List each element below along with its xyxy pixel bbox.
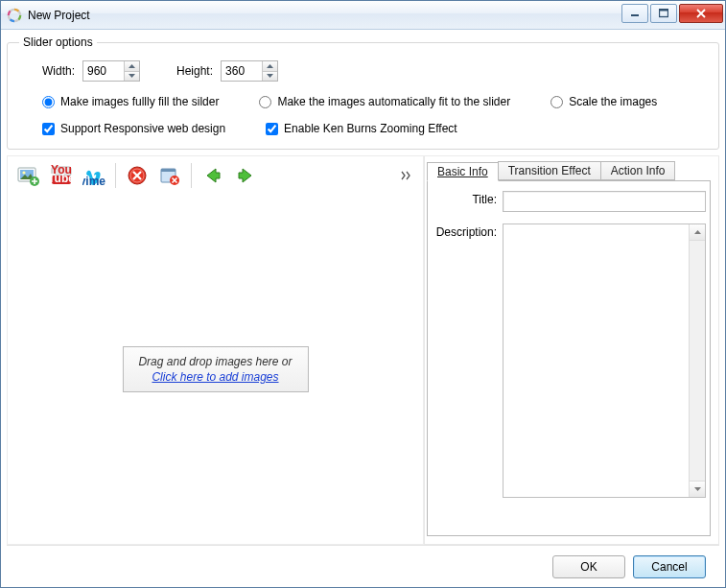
more-icon[interactable] <box>398 167 415 184</box>
radio-full-fill-label: Make images fullly fill the silder <box>60 95 219 108</box>
checkbox-kenburns-label: Enable Ken Burns Zooming Effect <box>284 122 457 135</box>
radio-auto-fit-label: Make the images automatically fit to the… <box>277 95 510 108</box>
drop-hint-text: Drag and drop images here or <box>138 355 292 368</box>
width-input[interactable] <box>83 61 124 81</box>
svg-rect-3 <box>660 9 668 11</box>
scroll-track[interactable] <box>690 241 705 481</box>
window-title: New Project <box>28 9 90 22</box>
height-label: Height: <box>176 64 213 78</box>
titlebar[interactable]: New Project <box>1 1 725 30</box>
arrow-right-icon[interactable] <box>232 162 259 189</box>
image-drop-area[interactable]: Drag and drop images here or Click here … <box>8 195 423 544</box>
toolbar-separator <box>191 163 192 188</box>
checkbox-responsive-label: Support Responsive web design <box>60 122 225 135</box>
tab-basic-info[interactable]: Basic Info <box>427 162 499 181</box>
title-input[interactable] <box>503 191 706 212</box>
svg-point-6 <box>22 171 25 174</box>
radio-auto-fit-input[interactable] <box>259 96 271 108</box>
height-spin-up[interactable] <box>263 61 277 72</box>
delete-all-icon[interactable] <box>156 162 183 189</box>
add-image-icon[interactable] <box>15 162 42 189</box>
description-wrapper <box>503 223 706 498</box>
svg-text:Tube: Tube <box>50 172 73 185</box>
dialog-footer: OK Cancel <box>7 545 719 587</box>
vimeo-icon[interactable]: vimeo <box>81 162 107 189</box>
checkbox-responsive[interactable]: Support Responsive web design <box>42 122 225 135</box>
app-icon <box>7 8 22 23</box>
radio-scale-label: Scale the images <box>569 95 657 108</box>
window: New Project Slider options Width: <box>0 0 726 588</box>
maximize-button[interactable] <box>650 4 677 23</box>
tab-transition-effect[interactable]: Transition Effect <box>498 161 601 180</box>
properties-pane: Basic Info Transition Effect Action Info… <box>424 156 719 545</box>
checkbox-responsive-input[interactable] <box>42 123 55 135</box>
title-label: Title: <box>432 191 503 206</box>
slider-options-group: Slider options Width: Height: <box>7 35 719 150</box>
image-toolbar: YouTube vimeo <box>8 156 423 195</box>
tabs: Basic Info Transition Effect Action Info <box>427 160 711 181</box>
tab-action-info[interactable]: Action Info <box>600 161 676 180</box>
height-spinbox <box>221 60 278 82</box>
width-spin-up[interactable] <box>125 61 139 72</box>
description-label: Description: <box>432 223 503 239</box>
close-button[interactable] <box>679 4 723 23</box>
ok-button[interactable]: OK <box>552 555 625 578</box>
description-scrollbar[interactable] <box>689 224 705 497</box>
image-list-pane: YouTube vimeo <box>7 156 424 545</box>
add-images-link[interactable]: Click here to add images <box>152 370 278 384</box>
svg-text:vimeo: vimeo <box>82 175 105 186</box>
drop-hint-box: Drag and drop images here or Click here … <box>122 346 308 392</box>
checkbox-kenburns[interactable]: Enable Ken Burns Zooming Effect <box>266 122 457 135</box>
width-spinbox <box>82 60 140 82</box>
width-spin-down[interactable] <box>125 72 139 82</box>
cancel-button[interactable]: Cancel <box>633 555 706 578</box>
client-area: Slider options Width: Height: <box>1 30 725 587</box>
svg-rect-16 <box>161 169 176 172</box>
height-input[interactable] <box>222 61 262 81</box>
radio-scale[interactable]: Scale the images <box>550 95 657 108</box>
tab-body-basic: Title: Description: <box>427 181 711 536</box>
height-spin-down[interactable] <box>263 72 277 82</box>
radio-auto-fit[interactable]: Make the images automatically fit to the… <box>259 95 510 108</box>
slider-options-legend: Slider options <box>19 35 97 49</box>
arrow-left-icon[interactable] <box>199 162 226 189</box>
width-label: Width: <box>42 64 75 78</box>
delete-icon[interactable] <box>124 162 151 189</box>
radio-full-fill-input[interactable] <box>42 96 55 108</box>
mid-area: YouTube vimeo <box>7 155 719 545</box>
minimize-button[interactable] <box>621 4 648 23</box>
radio-full-fill[interactable]: Make images fullly fill the silder <box>42 95 219 108</box>
svg-rect-1 <box>631 14 639 16</box>
youtube-icon[interactable]: YouTube <box>48 162 75 189</box>
toolbar-separator <box>115 163 116 188</box>
radio-scale-input[interactable] <box>550 96 563 108</box>
description-textarea[interactable] <box>504 224 689 497</box>
checkbox-kenburns-input[interactable] <box>266 123 278 135</box>
scroll-up-icon[interactable] <box>690 224 705 241</box>
scroll-down-icon[interactable] <box>690 481 705 497</box>
